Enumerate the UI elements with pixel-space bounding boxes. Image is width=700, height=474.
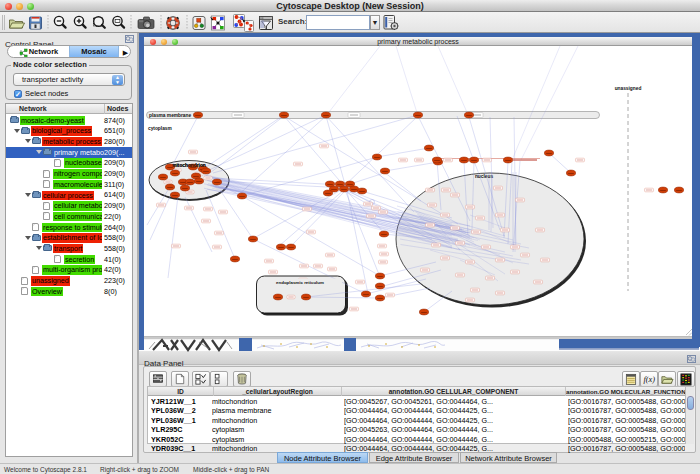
svg-text:f(x): f(x) [643, 375, 655, 384]
svg-text:plasma membrane: plasma membrane [149, 113, 191, 118]
svg-text:nucleus: nucleus [475, 174, 493, 179]
svg-text:unassigned: unassigned [615, 86, 642, 91]
svg-text:mitochondrion: mitochondrion [172, 163, 206, 168]
svg-text:endoplasmic reticulum: endoplasmic reticulum [276, 280, 324, 285]
svg-text:cytoplasm: cytoplasm [148, 126, 172, 131]
